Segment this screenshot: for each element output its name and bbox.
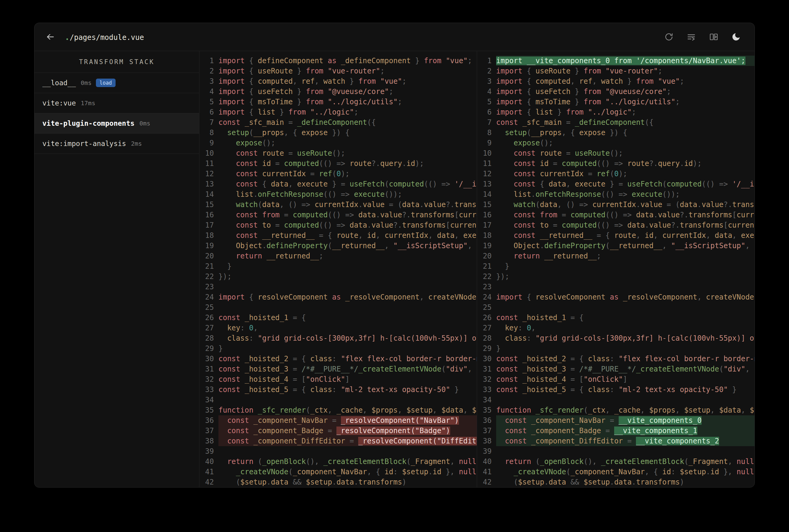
code-line: 5import { msToTime } from "../logic/util… xyxy=(199,97,477,107)
line-number: 11 xyxy=(477,158,492,169)
line-content: import { resolveComponent as _resolveCom… xyxy=(496,292,754,302)
line-number: 22 xyxy=(199,271,214,282)
line-number: 15 xyxy=(199,200,214,210)
plugin-name: vite:import-analysis xyxy=(42,140,126,148)
line-number: 5 xyxy=(199,97,214,107)
code-line: 12 const currentIdx = ref(0); xyxy=(199,169,477,179)
line-content: import { computed, ref, watch } from "vu… xyxy=(496,76,754,87)
line-content: } xyxy=(496,261,754,271)
code-line: 40 return (_openBlock(), _createElementB… xyxy=(199,456,477,467)
line-content xyxy=(218,395,477,405)
refresh-button[interactable] xyxy=(664,32,674,42)
code-line: 6import { list } from "../logic"; xyxy=(199,107,477,117)
code-panel-after[interactable]: 1import __vite_components_0 from '/compo… xyxy=(477,51,754,487)
topbar-actions xyxy=(664,32,741,42)
back-button[interactable] xyxy=(43,30,57,43)
inline-diff-toggle[interactable] xyxy=(686,32,696,42)
line-number: 4 xyxy=(477,87,492,97)
line-number: 13 xyxy=(199,179,214,189)
code-line: 2import { useRoute } from "vue-router"; xyxy=(477,66,754,76)
line-number: 10 xyxy=(199,148,214,158)
code-line: 9 expose(); xyxy=(477,138,754,148)
code-line: 6import { list } from "../logic"; xyxy=(477,107,754,117)
line-number: 3 xyxy=(477,76,492,87)
line-content xyxy=(218,282,477,292)
line-content: }); xyxy=(496,271,754,282)
line-content: const route = useRoute(); xyxy=(218,148,477,158)
line-content xyxy=(218,446,477,456)
code-line: 22}); xyxy=(477,271,754,282)
plugin-name: vite:vue xyxy=(42,99,76,107)
code-line: 8 setup(__props, { expose }) { xyxy=(477,128,754,138)
line-number: 28 xyxy=(199,333,214,343)
plugin-time: 0ms xyxy=(140,120,150,127)
line-number: 1 xyxy=(199,56,214,66)
diff-view: 1import { defineComponent as _defineComp… xyxy=(199,51,754,487)
code-line: 28 class: "grid grid-cols-[300px,3fr] h-… xyxy=(477,333,754,343)
line-number: 35 xyxy=(199,405,214,415)
line-number: 29 xyxy=(199,343,214,354)
transform-stack-item[interactable]: vite:import-analysis2ms xyxy=(35,134,199,154)
line-content: const from = computed(() => data.value?.… xyxy=(218,210,477,220)
line-content: import { msToTime } from "../logic/utils… xyxy=(218,97,477,107)
code-line: 39 xyxy=(477,446,754,456)
code-line: 25 xyxy=(199,302,477,312)
transform-stack-title: TRANSFORM STACK xyxy=(35,51,199,73)
line-number: 1 xyxy=(477,56,492,66)
line-number: 13 xyxy=(477,179,492,189)
code-line: 41 _createVNode(_component_NavBar, { id:… xyxy=(199,467,477,477)
line-number: 37 xyxy=(477,425,492,436)
code-line: 26const _hoisted_1 = { xyxy=(199,312,477,323)
line-content: setup(__props, { expose }) { xyxy=(496,128,754,138)
topbar: ./pages/module.vue xyxy=(35,23,754,51)
code-panel-before[interactable]: 1import { defineComponent as _defineComp… xyxy=(199,51,477,487)
line-content: const currentIdx = ref(0); xyxy=(496,169,754,179)
line-content: const id = computed(() => route?.query.i… xyxy=(218,158,477,169)
line-content: import { computed, ref, watch } from "vu… xyxy=(218,76,477,87)
line-number: 41 xyxy=(199,467,214,477)
code-line: 39 xyxy=(199,446,477,456)
code-line: 38 const _component_DiffEditor = _resolv… xyxy=(199,436,477,446)
code-line: 37 const _component_Badge = _resolveComp… xyxy=(199,425,477,436)
line-number: 23 xyxy=(477,282,492,292)
side-by-side-toggle[interactable] xyxy=(709,32,719,42)
line-content: class: "grid grid-cols-[300px,3fr] h-[ca… xyxy=(218,333,477,343)
line-number: 34 xyxy=(477,395,492,405)
line-content: } xyxy=(218,343,477,354)
code-line: 8 setup(__props, { expose }) { xyxy=(199,128,477,138)
line-content: const _hoisted_4 = ["onClick"] xyxy=(218,374,477,384)
transform-stack-item[interactable]: vite:vue17ms xyxy=(35,93,199,113)
line-number: 6 xyxy=(199,107,214,117)
code-line: 42 ($setup.data && $setup.data.transform… xyxy=(199,477,477,487)
line-content: const currentIdx = ref(0); xyxy=(218,169,477,179)
line-content: import { defineComponent as _defineCompo… xyxy=(218,56,477,66)
code-line: 3import { computed, ref, watch } from "v… xyxy=(199,76,477,87)
code-line: 4import { useFetch } from "@vueuse/core"… xyxy=(477,87,754,97)
line-number: 18 xyxy=(199,230,214,241)
code-line: 20 return __returned__; xyxy=(477,251,754,261)
transform-stack-item[interactable]: vite-plugin-components0ms xyxy=(35,113,199,134)
line-content: expose(); xyxy=(496,138,754,148)
line-content: watch(data, () => currentIdx.value = (da… xyxy=(496,200,754,210)
line-number: 12 xyxy=(199,169,214,179)
module-path: /pages/module.vue xyxy=(70,33,144,42)
line-content: watch(data, () => currentIdx.value = (da… xyxy=(218,200,477,210)
line-content: list.onFetchResponse(() => execute()); xyxy=(496,189,754,200)
code-line: 16 const from = computed(() => data.valu… xyxy=(477,210,754,220)
code-line: 11 const id = computed(() => route?.quer… xyxy=(477,158,754,169)
line-number: 22 xyxy=(477,271,492,282)
line-content: const from = computed(() => data.value?.… xyxy=(496,210,754,220)
line-number: 36 xyxy=(199,415,214,425)
theme-toggle[interactable] xyxy=(731,32,741,42)
inspector-window: ./pages/module.vue xyxy=(34,23,755,488)
line-number: 32 xyxy=(477,374,492,384)
line-content: }); xyxy=(218,271,477,282)
line-content: Object.defineProperty(__returned__, "__i… xyxy=(496,241,754,251)
plugin-time: 0ms xyxy=(81,79,92,87)
line-number: 5 xyxy=(477,97,492,107)
code-line: 7const _sfc_main = _defineComponent({ xyxy=(477,117,754,128)
moon-icon xyxy=(731,32,741,42)
line-content: import { useFetch } from "@vueuse/core"; xyxy=(496,87,754,97)
code-line: 36 const _component_NavBar = _resolveCom… xyxy=(199,415,477,425)
transform-stack-item[interactable]: __load__0msload xyxy=(35,73,199,93)
